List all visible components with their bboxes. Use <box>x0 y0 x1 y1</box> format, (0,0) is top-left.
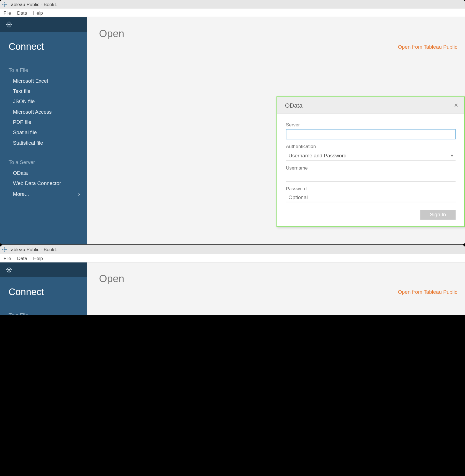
svg-rect-22 <box>11 269 12 270</box>
auth-label: Authentication <box>286 144 456 149</box>
menu-file[interactable]: File <box>3 10 11 15</box>
sidebar-item-webdata[interactable]: Web Data Connector <box>0 178 87 188</box>
connect-sidebar: Connect To a File Microsoft Excel Text f… <box>0 17 87 244</box>
chevron-right-icon: › <box>78 191 80 197</box>
window-title: Tableau Public - Book1 <box>9 247 57 252</box>
sidebar-icon-row <box>0 17 87 32</box>
main-area: Open Open from Tableau Public OData × Se… <box>87 17 465 244</box>
svg-rect-24 <box>10 268 11 269</box>
connect-heading: Connect <box>0 277 87 298</box>
to-a-file-label: To a File <box>0 298 87 315</box>
tableau-mark-icon[interactable] <box>6 22 12 28</box>
svg-rect-9 <box>7 23 8 24</box>
svg-rect-4 <box>4 4 5 5</box>
menu-help[interactable]: Help <box>33 10 43 15</box>
sidebar-item-json[interactable]: JSON file <box>0 96 87 106</box>
main-area: Open Open from Tableau Public OData × Se… <box>87 262 465 315</box>
svg-rect-13 <box>8 24 10 25</box>
svg-rect-10 <box>10 23 11 24</box>
window-titlebar: Tableau Public - Book1 <box>0 245 465 254</box>
dialog-title: OData <box>285 102 303 109</box>
to-a-file-label: To a File <box>0 53 87 76</box>
svg-rect-15 <box>4 251 4 252</box>
menu-data[interactable]: Data <box>17 255 27 261</box>
svg-rect-3 <box>5 4 7 4</box>
svg-rect-1 <box>4 5 4 7</box>
svg-rect-5 <box>9 22 9 23</box>
svg-rect-7 <box>6 24 7 25</box>
svg-rect-11 <box>7 26 8 27</box>
sidebar-item-more[interactable]: More...› <box>0 188 87 199</box>
svg-rect-19 <box>9 267 9 268</box>
sidebar-item-statistical[interactable]: Statistical file <box>0 138 87 148</box>
server-label: Server <box>286 122 456 128</box>
close-icon[interactable]: × <box>454 101 458 109</box>
svg-rect-6 <box>9 26 9 27</box>
tableau-window: Tableau Public - Book1 File Data Help Co… <box>0 245 465 315</box>
menu-data[interactable]: Data <box>17 10 27 15</box>
svg-rect-26 <box>10 271 11 272</box>
svg-rect-20 <box>9 271 9 273</box>
menu-bar: File Data Help <box>0 254 465 262</box>
password-label: Password <box>286 186 456 191</box>
tableau-logo-icon <box>2 2 7 7</box>
open-from-tableau-public-link[interactable]: Open from Tableau Public <box>398 289 457 295</box>
window-title: Tableau Public - Book1 <box>9 2 57 7</box>
open-heading: Open <box>87 17 465 40</box>
sidebar-item-excel[interactable]: Microsoft Excel <box>0 76 87 86</box>
svg-rect-16 <box>2 249 3 250</box>
open-heading: Open <box>87 262 465 285</box>
dialog-header: OData × <box>277 97 464 114</box>
auth-select[interactable]: Username and Password ▾ <box>286 150 456 161</box>
sidebar-icon-row <box>0 262 87 277</box>
tableau-mark-icon[interactable] <box>6 267 12 273</box>
connect-sidebar: Connect To a File Microsoft Excel Text f… <box>0 262 87 315</box>
window-titlebar: Tableau Public - Book1 <box>0 0 465 9</box>
svg-rect-2 <box>2 4 3 4</box>
svg-rect-12 <box>10 26 11 27</box>
sidebar-item-pdf[interactable]: PDF file <box>0 117 87 127</box>
signin-button[interactable]: Sign In <box>420 210 456 219</box>
svg-rect-14 <box>4 247 4 249</box>
svg-rect-0 <box>4 2 4 3</box>
svg-rect-27 <box>8 269 10 270</box>
sidebar-item-access[interactable]: Microsoft Access <box>0 107 87 117</box>
svg-rect-17 <box>5 249 7 250</box>
svg-rect-21 <box>6 269 7 270</box>
menu-file[interactable]: File <box>3 255 11 261</box>
tableau-window: Tableau Public - Book1 File Data Help Co… <box>0 0 465 244</box>
open-from-tableau-public-link[interactable]: Open from Tableau Public <box>398 44 457 50</box>
sidebar-item-spatial[interactable]: Spatial file <box>0 127 87 137</box>
svg-rect-25 <box>7 271 8 272</box>
svg-rect-18 <box>4 249 5 250</box>
server-input[interactable] <box>286 129 456 139</box>
username-label: Username <box>286 165 456 170</box>
menu-bar: File Data Help <box>0 9 465 17</box>
tableau-logo-icon <box>2 247 7 252</box>
sidebar-item-text[interactable]: Text file <box>0 86 87 96</box>
svg-rect-23 <box>7 268 8 269</box>
password-input[interactable] <box>286 193 456 202</box>
svg-rect-8 <box>11 24 12 25</box>
sidebar-item-odata[interactable]: OData <box>0 168 87 178</box>
menu-help[interactable]: Help <box>33 255 43 261</box>
connect-heading: Connect <box>0 32 87 53</box>
caret-down-icon: ▾ <box>451 153 453 158</box>
odata-dialog: OData × Server Authentication Username a… <box>277 96 465 227</box>
auth-select-value: Username and Password <box>288 152 347 158</box>
username-input[interactable] <box>286 172 456 181</box>
to-a-server-label: To a Server <box>0 148 87 168</box>
